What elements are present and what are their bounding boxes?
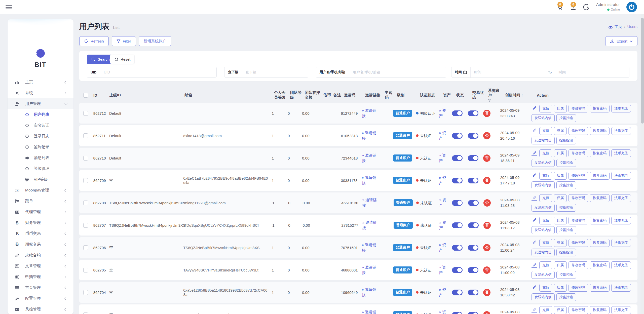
action-button-assign[interactable]: 归属 — [554, 172, 567, 180]
invite-link[interactable]: » 邀请链接 — [362, 265, 376, 275]
status-toggle[interactable] — [452, 222, 463, 228]
assets-link[interactable]: » 资产 — [439, 220, 446, 230]
sidebar-subitem-6[interactable]: VIP等级 — [8, 174, 73, 185]
edit-pencil-icon[interactable] — [532, 129, 537, 133]
trade-status-toggle[interactable] — [468, 200, 479, 206]
action-button-assign[interactable]: 归属 — [554, 105, 567, 112]
sidebar-item-4[interactable]: 跟单 — [8, 196, 73, 207]
row-checkbox[interactable] — [83, 201, 88, 205]
assets-link[interactable]: » 资产 — [439, 265, 446, 275]
action-button-fiat-recharge[interactable]: 法币充值 — [611, 284, 631, 292]
action-button-win-loss-control[interactable]: 控赢控输 — [556, 181, 576, 189]
action-button-change-password[interactable]: 修改密码 — [569, 306, 588, 314]
action-button-change-password[interactable]: 修改密码 — [569, 239, 588, 247]
action-button-fiat-recharge[interactable]: 法币充值 — [611, 261, 631, 269]
assets-link[interactable]: » 资产 — [439, 243, 446, 252]
action-button-fiat-recharge[interactable]: 法币充值 — [611, 194, 631, 202]
status-toggle[interactable] — [452, 178, 463, 183]
action-button-recover-password[interactable]: 恢复密码 — [590, 127, 610, 135]
status-toggle[interactable] — [452, 155, 463, 161]
invite-link[interactable]: » 邀请链接 — [362, 220, 377, 230]
assets-link[interactable]: » 资产 — [439, 287, 446, 297]
sidebar-item-9[interactable]: 永续合约 — [8, 250, 73, 261]
sidebar-subitem-5[interactable]: 等级管理 — [8, 163, 73, 174]
breadcrumb-home[interactable]: 主页 — [608, 24, 622, 29]
action-button-recharge[interactable]: 充值 — [539, 127, 552, 135]
sidebar-item-3[interactable]: CCMoonpay管理 — [8, 185, 73, 196]
action-button-recharge[interactable]: 充值 — [539, 261, 552, 269]
assets-link[interactable]: » 资产 — [439, 108, 446, 118]
assets-link[interactable]: » 资产 — [439, 153, 446, 163]
invite-link[interactable]: » 邀请链接 — [362, 153, 376, 163]
action-button-change-password[interactable]: 修改密码 — [569, 217, 588, 224]
award-notification-icon[interactable]: 0 — [557, 4, 563, 10]
action-button-change-password[interactable]: 修改密码 — [569, 172, 588, 180]
user-search-input[interactable] — [349, 67, 446, 77]
action-button-fiat-recharge[interactable]: 法币充值 — [611, 217, 631, 224]
filter-button[interactable]: Filter — [112, 36, 136, 46]
action-button-send-message[interactable]: 发送站内信 — [532, 114, 555, 122]
sidebar-item-0[interactable]: 主页 — [8, 77, 73, 88]
column-header-17[interactable]: 创建时间↑ — [505, 93, 537, 98]
action-button-send-message[interactable]: 发送站内信 — [532, 249, 555, 256]
sidebar-item-6[interactable]: $财务管理 — [8, 217, 73, 228]
action-button-recharge[interactable]: 充值 — [539, 194, 552, 202]
row-checkbox[interactable] — [83, 223, 88, 228]
row-checkbox[interactable] — [83, 111, 88, 116]
action-button-recover-password[interactable]: 恢复密码 — [590, 239, 610, 247]
action-button-win-loss-control[interactable]: 控赢控输 — [556, 271, 576, 279]
action-button-fiat-recharge[interactable]: 法币充值 — [611, 105, 631, 112]
row-checkbox[interactable] — [83, 245, 88, 250]
action-button-change-password[interactable]: 修改密码 — [569, 149, 588, 157]
action-button-fiat-recharge[interactable]: 法币充值 — [611, 306, 631, 314]
assets-link[interactable]: » 资产 — [439, 131, 446, 140]
trade-status-toggle[interactable] — [468, 110, 478, 116]
action-button-recharge[interactable]: 充值 — [539, 217, 552, 224]
action-button-recover-password[interactable]: 恢复密码 — [590, 217, 610, 224]
hamburger-menu-icon[interactable] — [6, 5, 12, 9]
invite-link[interactable]: » 邀请链接 — [362, 131, 376, 140]
action-button-recover-password[interactable]: 恢复密码 — [590, 284, 610, 292]
action-button-recharge[interactable]: 充值 — [539, 172, 552, 180]
action-button-assign[interactable]: 归属 — [554, 306, 567, 314]
action-button-send-message[interactable]: 发送站内信 — [532, 137, 555, 144]
action-button-fiat-recharge[interactable]: 法币充值 — [611, 149, 631, 157]
invite-link[interactable]: » 邀请链接 — [362, 243, 376, 252]
edit-pencil-icon[interactable] — [532, 285, 537, 290]
invite-link[interactable]: » 邀请链接 — [362, 175, 376, 185]
breadcrumb-current[interactable]: Users — [627, 24, 637, 29]
action-button-send-message[interactable]: 发送站内信 — [532, 226, 555, 234]
action-button-change-password[interactable]: 修改密码 — [569, 105, 588, 112]
invite-link[interactable]: » 邀请链接 — [362, 287, 376, 297]
row-checkbox[interactable] — [83, 290, 88, 295]
action-button-change-password[interactable]: 修改密码 — [569, 127, 588, 135]
action-button-win-loss-control[interactable]: 控赢控输 — [556, 249, 576, 256]
sidebar-item-8[interactable]: Ƀ期权交易 — [8, 239, 73, 250]
action-button-send-message[interactable]: 发送站内信 — [532, 271, 555, 279]
status-toggle[interactable] — [452, 267, 463, 273]
row-checkbox[interactable] — [83, 312, 88, 314]
sort-ascending-icon[interactable]: ↑ — [521, 93, 523, 97]
assets-link[interactable]: » 资产 — [439, 198, 446, 208]
add-system-account-button[interactable]: 新增系统账户 — [139, 36, 171, 46]
action-button-win-loss-control[interactable]: 控赢控输 — [556, 293, 576, 301]
sidebar-subitem-4[interactable]: 消息列表 — [8, 152, 73, 163]
trade-status-toggle[interactable] — [468, 245, 478, 251]
trade-status-toggle[interactable] — [468, 267, 478, 273]
trade-status-toggle[interactable] — [468, 222, 479, 228]
brand[interactable]: BIT — [8, 49, 73, 68]
user-info[interactable]: Administrator Online — [596, 2, 620, 12]
column-header-16[interactable]: 系统账户 — [488, 88, 505, 102]
sidebar-item-12[interactable]: 首页管理 — [8, 282, 73, 293]
edit-pencil-icon[interactable] — [532, 173, 537, 178]
edit-pencil-icon[interactable] — [532, 218, 537, 223]
invite-link[interactable]: » 邀请链接 — [362, 198, 377, 208]
time-from-input[interactable] — [471, 67, 545, 77]
status-toggle[interactable] — [452, 245, 463, 251]
sidebar-item-7[interactable]: B币币交易 — [8, 228, 73, 239]
trade-status-toggle[interactable] — [468, 178, 478, 183]
status-toggle[interactable] — [452, 312, 463, 314]
action-button-send-message[interactable]: 发送站内信 — [532, 181, 555, 189]
assets-link[interactable]: » 资产 — [439, 310, 446, 314]
assets-link[interactable]: » 资产 — [439, 175, 446, 185]
